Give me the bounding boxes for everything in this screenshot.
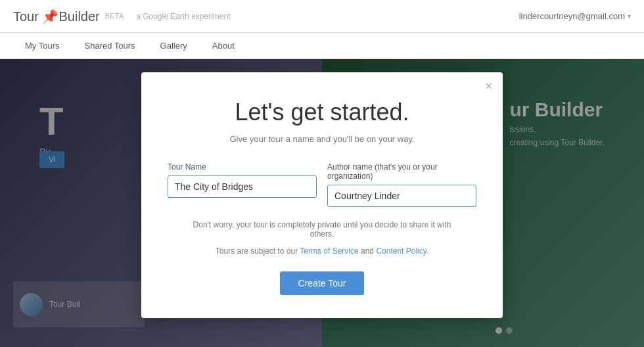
tour-name-label: Tour Name [168, 162, 317, 172]
logo-tagline: a Google Earth experiment [136, 12, 230, 21]
logo-pin: 📌 [42, 9, 58, 24]
nav-item-gallery[interactable]: Gallery [149, 35, 199, 56]
modal-subtitle: Give your tour a name and you'll be on y… [168, 134, 476, 144]
tos-prefix: Tours are subject to our [216, 246, 300, 256]
tour-name-field: Tour Name [168, 162, 317, 207]
modal-overlay: × Let's get started. Give your tour a na… [0, 59, 644, 347]
author-name-field: Author name (that's you or your organiza… [327, 162, 476, 207]
header: Tour 📌Builder BETA a Google Earth experi… [0, 0, 644, 33]
nav-item-shared-tours[interactable]: Shared Tours [73, 35, 147, 56]
user-menu[interactable]: lindercourtneyn@gmail.com ▾ [519, 11, 631, 21]
modal-privacy-text: Don't worry, your tour is completely pri… [168, 220, 476, 239]
create-tour-button[interactable]: Create Tour [280, 271, 365, 295]
tour-name-input[interactable] [168, 175, 317, 198]
modal-fields: Tour Name Author name (that's you or you… [168, 162, 476, 207]
main-nav: My Tours Shared Tours Gallery About [0, 33, 644, 59]
tos-middle: and [359, 246, 377, 256]
modal-close-button[interactable]: × [485, 80, 492, 92]
logo-tour-text: Tour 📌Builder [13, 9, 100, 24]
nav-item-my-tours[interactable]: My Tours [13, 35, 72, 56]
tos-link-terms[interactable]: Terms of Service [300, 246, 358, 256]
modal-title: Let's get started. [168, 99, 476, 126]
logo-beta: BETA [105, 12, 124, 20]
create-tour-modal: × Let's get started. Give your tour a na… [141, 72, 503, 318]
author-name-label: Author name (that's you or your organiza… [327, 162, 476, 181]
nav-item-about[interactable]: About [200, 35, 246, 56]
modal-tos: Tours are subject to our Terms of Servic… [168, 246, 476, 256]
tos-suffix: . [426, 246, 428, 256]
author-name-input[interactable] [327, 185, 476, 207]
user-email: lindercourtneyn@gmail.com [519, 11, 625, 21]
dropdown-arrow-icon: ▾ [628, 12, 631, 20]
tos-link-content[interactable]: Content Policy [376, 246, 426, 256]
logo-area: Tour 📌Builder BETA a Google Earth experi… [13, 9, 231, 24]
